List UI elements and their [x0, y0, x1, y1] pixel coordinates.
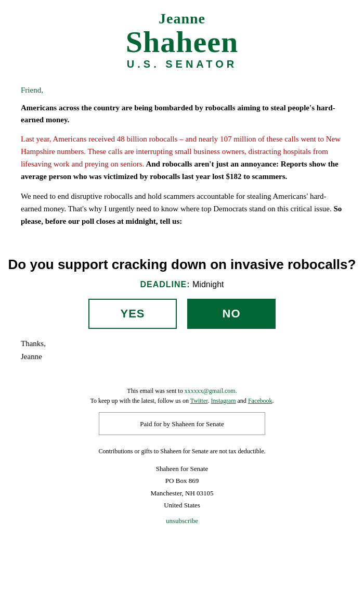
footer-contributions: Contributions or gifts to Shaheen for Se…: [31, 448, 333, 455]
poll-question: Do you support cracking down on invasive…: [0, 256, 364, 274]
footer-email-address[interactable]: xxxxxx@gmail.com.: [185, 387, 237, 394]
footer-unsubscribe-container: unsubscribe: [31, 517, 333, 525]
thanks: Thanks,: [21, 339, 343, 348]
city-state: Manchester, NH 03105: [31, 487, 333, 499]
twitter-link[interactable]: Twitter: [190, 397, 208, 404]
bold-intro: Americans across the country are being b…: [21, 102, 343, 125]
deadline-label: DEADLINE:: [140, 280, 190, 289]
poll-section: Do you support cracking down on invasive…: [0, 256, 364, 329]
footer-follow-line: To keep up with the latest, follow us on…: [31, 397, 333, 405]
header-senator: U.S. SENATOR: [0, 58, 364, 70]
org-name: Shaheen for Senate: [31, 463, 333, 475]
para1: Last year, Americans received 48 billion…: [21, 133, 343, 183]
footer-address: Shaheen for Senate PO Box 869 Manchester…: [31, 463, 333, 512]
country: United States: [31, 499, 333, 511]
deadline-time: Midnight: [190, 280, 224, 289]
deadline-line: DEADLINE: Midnight: [0, 280, 364, 289]
signature: Thanks, Jeanne: [0, 339, 364, 361]
header-shaheen: Shaheen: [0, 27, 364, 57]
facebook-link[interactable]: Facebook: [248, 397, 272, 404]
para2-text1: We need to end disruptive robocalls and …: [21, 192, 332, 213]
page-wrapper: Jeanne Shaheen U.S. SENATOR Friend, Amer…: [0, 0, 364, 536]
footer: This email was sent to xxxxxx@gmail.com.…: [0, 377, 364, 536]
footer-follow-text: To keep up with the latest, follow us on: [90, 397, 188, 404]
paid-for-text: Paid for by Shaheen for Senate: [140, 420, 224, 428]
poll-buttons: YES NO: [0, 299, 364, 329]
header: Jeanne Shaheen U.S. SENATOR: [0, 0, 364, 75]
main-content: Friend, Americans across the country are…: [0, 75, 364, 245]
paid-for-box: Paid for by Shaheen for Senate: [99, 412, 265, 435]
unsubscribe-link[interactable]: unsubscribe: [166, 517, 198, 525]
po-box: PO Box 869: [31, 475, 333, 487]
footer-and-text: and: [238, 397, 246, 404]
footer-email-text: This email was sent to: [127, 387, 183, 394]
instagram-link[interactable]: Instagram: [211, 397, 236, 404]
no-button[interactable]: NO: [187, 299, 276, 329]
greeting: Friend,: [21, 86, 343, 95]
paid-for-container: Paid for by Shaheen for Senate: [31, 412, 333, 441]
yes-button[interactable]: YES: [88, 299, 177, 329]
para2: We need to end disruptive robocalls and …: [21, 190, 343, 227]
footer-email-line: This email was sent to xxxxxx@gmail.com.: [31, 387, 333, 395]
sender-name: Jeanne: [21, 352, 343, 361]
